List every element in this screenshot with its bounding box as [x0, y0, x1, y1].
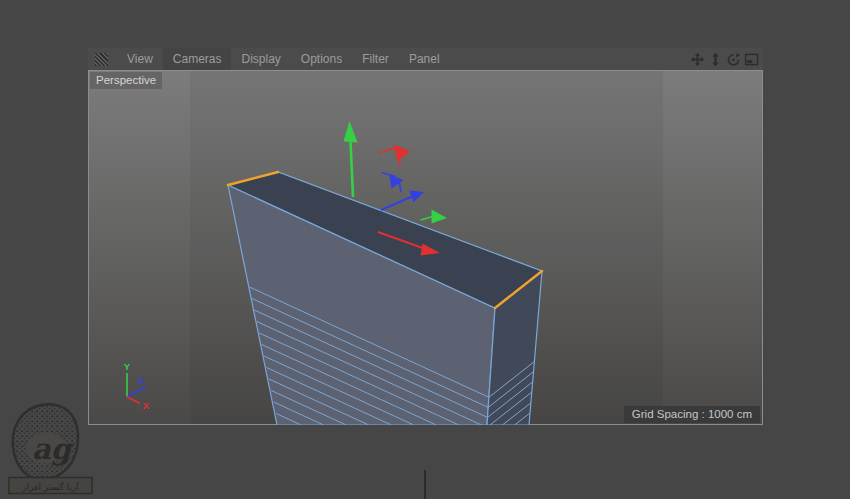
menu-item-filter[interactable]: Filter: [352, 48, 399, 70]
axis-x-label: X: [143, 400, 150, 411]
scene-canvas[interactable]: Y Z X: [88, 70, 763, 425]
text-cursor: [424, 470, 426, 499]
menu-item-cameras[interactable]: Cameras: [163, 48, 232, 70]
maximize-view-icon[interactable]: [743, 51, 759, 67]
watermark-caption: آریا گستر افزار: [21, 481, 79, 492]
box-object[interactable]: [228, 172, 542, 425]
watermark-monogram: ag: [32, 432, 75, 466]
view-mode-label: Perspective: [90, 72, 162, 89]
panel-menu-handle-icon[interactable]: [95, 53, 108, 66]
xy-plane-handle[interactable]: [379, 145, 411, 167]
pan-camera-icon[interactable]: [689, 51, 705, 67]
watermark-logo: ag آریا گستر افزار: [1, 402, 98, 499]
perspective-viewport[interactable]: Y Z X Perspective Grid Spacing : 1000 cm: [88, 70, 763, 425]
axis-y-label: Y: [124, 361, 131, 372]
dolly-camera-icon[interactable]: [707, 51, 723, 67]
rotate-camera-icon[interactable]: [725, 51, 741, 67]
grid-spacing-badge: Grid Spacing : 1000 cm: [624, 406, 760, 423]
menu-item-view[interactable]: View: [117, 48, 163, 70]
world-axis-indicator: Y Z X: [124, 361, 150, 411]
z-axis-arrow[interactable]: [381, 191, 424, 211]
view-controls: [689, 51, 760, 67]
viewport-window: View Cameras Display Options Filter Pane…: [88, 48, 763, 425]
axis-z-label: Z: [138, 375, 144, 386]
menu-item-display[interactable]: Display: [231, 48, 290, 70]
y-axis-arrow[interactable]: [344, 121, 358, 197]
menu-item-panel[interactable]: Panel: [399, 48, 450, 70]
viewport-menu-bar: View Cameras Display Options Filter Pane…: [88, 48, 763, 70]
zy-plane-handle[interactable]: [382, 173, 404, 193]
menu-item-options[interactable]: Options: [291, 48, 352, 70]
page-background: View Cameras Display Options Filter Pane…: [0, 0, 850, 499]
xz-plane-handle[interactable]: [421, 210, 448, 224]
